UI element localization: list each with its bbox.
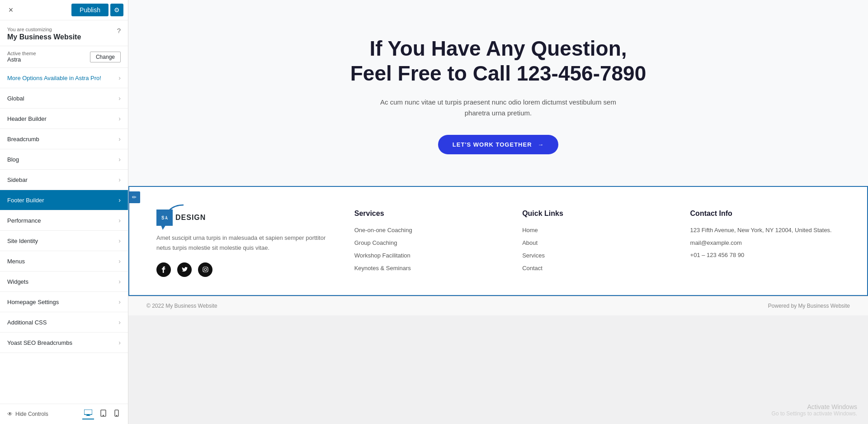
customizing-info: You are customizing My Business Website …	[0, 20, 128, 46]
nav-item-yoast-seo[interactable]: Yoast SEO Breadcrumbs›	[0, 333, 128, 353]
nav-item-label: Performance	[7, 217, 41, 224]
footer-description: Amet suscipit urna turpis in malesuada e…	[156, 233, 336, 253]
theme-name: Astra	[7, 56, 36, 63]
footer-logo: SA DESIGN	[156, 210, 336, 226]
chevron-icon: ›	[118, 135, 121, 143]
nav-item-homepage-settings[interactable]: Homepage Settings›	[0, 292, 128, 312]
hide-controls-label: Hide Controls	[15, 411, 48, 417]
nav-item-additional-css[interactable]: Additional CSS›	[0, 312, 128, 333]
nav-item-label: Yoast SEO Breadcrumbs	[7, 339, 72, 346]
nav-item-sidebar[interactable]: Sidebar›	[0, 170, 128, 190]
nav-item-breadcrumb[interactable]: Breadcrumb›	[0, 129, 128, 149]
tablet-device-button[interactable]	[99, 409, 108, 419]
footer-contact-col: Contact Info 123 Fifth Avenue, New York,…	[690, 210, 840, 276]
footer-logo-area: SA DESIGN Amet suscipit urna turpis in m…	[156, 210, 336, 276]
services-link[interactable]: Workshop Facilitation	[354, 252, 410, 259]
nav-item-widgets[interactable]: Widgets›	[0, 272, 128, 292]
nav-item-label: Additional CSS	[7, 319, 47, 326]
contact-phone: +01 – 123 456 78 90	[690, 251, 840, 260]
cta-heading: If You Have Any Question,Feel Free to Ca…	[340, 36, 656, 86]
facebook-icon[interactable]	[156, 262, 171, 277]
nav-item-global[interactable]: Global›	[0, 88, 128, 109]
services-link[interactable]: Group Coaching	[354, 239, 397, 246]
nav-item-footer-builder[interactable]: Footer Builder›	[0, 190, 128, 210]
nav-item-header-builder[interactable]: Header Builder›	[0, 109, 128, 129]
social-icons	[156, 262, 336, 277]
list-item: Workshop Facilitation	[354, 251, 504, 259]
cta-button-arrow: →	[538, 141, 544, 148]
svg-rect-0	[84, 410, 92, 414]
list-item: Keynotes & Seminars	[354, 264, 504, 272]
svg-point-6	[116, 415, 117, 416]
hide-controls-button[interactable]: 👁 Hide Controls	[7, 411, 48, 417]
chevron-icon: ›	[118, 298, 121, 305]
services-heading: Services	[354, 210, 504, 218]
desktop-device-button[interactable]	[82, 409, 94, 419]
services-link[interactable]: One-on-one Coaching	[354, 227, 412, 233]
nav-item-label: Blog	[7, 156, 19, 163]
nav-item-label: Menus	[7, 258, 25, 265]
list-item: Services	[522, 251, 672, 259]
nav-item-menus[interactable]: Menus›	[0, 251, 128, 272]
nav-item-performance[interactable]: Performance›	[0, 210, 128, 231]
quicklinks-link[interactable]: Contact	[522, 265, 542, 272]
nav-item-label: Site Identity	[7, 238, 38, 244]
nav-item-label: Global	[7, 95, 24, 102]
cta-subtext: Ac cum nunc vitae ut turpis praesent nun…	[376, 97, 620, 119]
mobile-device-button[interactable]	[113, 409, 121, 419]
footer-grid: SA DESIGN Amet suscipit urna turpis in m…	[156, 210, 840, 276]
publish-area: Publish ⚙	[71, 4, 123, 16]
quicklinks-link[interactable]: About	[522, 239, 538, 246]
list-item: One-on-one Coaching	[354, 226, 504, 234]
services-list: One-on-one CoachingGroup CoachingWorksho…	[354, 226, 504, 272]
nav-item-site-identity[interactable]: Site Identity›	[0, 231, 128, 251]
quicklinks-list: HomeAboutServicesContact	[522, 226, 672, 272]
chevron-icon: ›	[118, 156, 121, 163]
twitter-icon[interactable]	[177, 262, 192, 277]
footer-services-col: Services One-on-one CoachingGroup Coachi…	[354, 210, 504, 276]
bottom-bar: © 2022 My Business Website Powered by My…	[128, 296, 868, 315]
svg-point-8	[204, 268, 207, 271]
bottom-controls: 👁 Hide Controls	[0, 404, 128, 424]
svg-rect-2	[86, 415, 90, 416]
nav-item-label: Header Builder	[7, 115, 47, 122]
cta-button[interactable]: LET'S WORK TOGETHER →	[438, 135, 558, 154]
contact-heading: Contact Info	[690, 210, 840, 218]
chevron-icon: ›	[118, 217, 121, 224]
chevron-icon: ›	[118, 339, 121, 346]
quicklinks-link[interactable]: Services	[522, 252, 545, 259]
footer-edit-icon[interactable]: ✏	[128, 191, 140, 203]
chevron-icon: ›	[118, 74, 121, 81]
list-item: Group Coaching	[354, 238, 504, 247]
site-name: My Business Website	[7, 33, 81, 41]
list-item: Contact	[522, 264, 672, 272]
chevron-icon: ›	[118, 196, 121, 204]
copyright-text: © 2022 My Business Website	[146, 303, 217, 309]
svg-point-9	[207, 268, 207, 268]
footer-section: ✏ SA DESIGN Amet suscipit urna turpis in…	[128, 186, 868, 295]
nav-item-label: Breadcrumb	[7, 136, 39, 143]
change-theme-button[interactable]: Change	[90, 52, 121, 62]
powered-by-text: Powered by My Business Website	[768, 303, 850, 309]
publish-button[interactable]: Publish	[71, 4, 108, 16]
instagram-icon[interactable]	[198, 262, 212, 277]
svg-rect-1	[87, 414, 90, 415]
top-bar: × Publish ⚙	[0, 0, 128, 20]
nav-item-label: Widgets	[7, 278, 28, 285]
theme-row: Active theme Astra Change	[0, 46, 128, 68]
quicklinks-link[interactable]: Home	[522, 227, 538, 233]
chevron-icon: ›	[118, 237, 121, 244]
logo-text: DESIGN	[175, 214, 206, 222]
publish-settings-button[interactable]: ⚙	[110, 4, 123, 16]
chevron-icon: ›	[118, 95, 121, 102]
nav-item-blog[interactable]: Blog›	[0, 149, 128, 170]
close-button[interactable]: ×	[5, 4, 17, 16]
nav-item-more-options[interactable]: More Options Available in Astra Pro!›	[0, 68, 128, 88]
customizing-label: You are customizing	[7, 27, 81, 32]
services-link[interactable]: Keynotes & Seminars	[354, 265, 411, 272]
nav-item-label: More Options Available in Astra Pro!	[7, 75, 101, 81]
help-icon[interactable]: ?	[117, 27, 121, 34]
chevron-icon: ›	[118, 257, 121, 265]
nav-items: More Options Available in Astra Pro!›Glo…	[0, 68, 128, 353]
footer-quicklinks-col: Quick Links HomeAboutServicesContact	[522, 210, 672, 276]
